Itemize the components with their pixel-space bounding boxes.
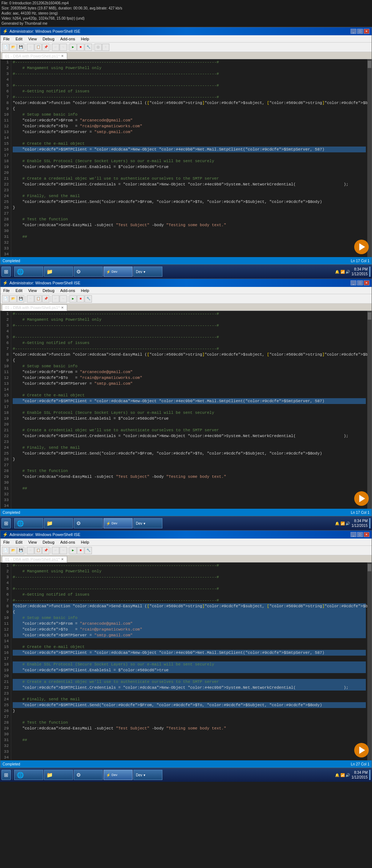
tb-copy-2[interactable]: 📋 [35, 295, 42, 303]
tb-cut-3[interactable]: ✂ [27, 547, 34, 554]
close-btn-2[interactable]: ✕ [364, 280, 369, 285]
restore-btn-3[interactable]: □ [357, 532, 363, 537]
menu-debug-1[interactable]: Debug [41, 36, 56, 41]
tb-open-3[interactable]: 📂 [9, 547, 17, 554]
taskbar-pse-3[interactable]: ⚡ Dev [104, 770, 133, 780]
tb-new-1[interactable]: 📄 [2, 44, 9, 51]
close-btn-3[interactable]: ✕ [364, 532, 369, 537]
menu-view-3[interactable]: View [27, 540, 39, 545]
tb-undo-2[interactable]: ↩ [52, 295, 59, 303]
tab-ps1-3[interactable]: 01 - DBA with PowerShell.ps1* ✕ [2, 556, 67, 563]
tab-close-1[interactable]: ✕ [61, 54, 64, 58]
tab-close-2[interactable]: ✕ [61, 306, 64, 309]
play-button-3[interactable] [354, 743, 369, 757]
tb-new-3[interactable]: 📄 [2, 547, 9, 554]
title-bar-controls-2[interactable]: _ □ ✕ [351, 280, 369, 285]
tb-step-1[interactable]: ⬇ [102, 44, 109, 51]
scrollbar-thumb-2[interactable] [368, 312, 371, 320]
tb-run-3[interactable]: ▶ [69, 547, 77, 554]
scrollbar-thumb-1[interactable] [368, 61, 371, 68]
menu-edit-3[interactable]: Edit [14, 540, 24, 545]
tab-close-3[interactable]: ✕ [61, 557, 64, 561]
tb-undo-1[interactable]: ↩ [52, 44, 59, 51]
tb-copy-1[interactable]: 📋 [35, 44, 42, 51]
taskbar-settings-1[interactable]: ⚙ [74, 267, 103, 277]
taskbar-settings-2[interactable]: ⚙ [74, 518, 103, 528]
scrollbar-2[interactable] [367, 311, 372, 509]
tb-stop-1[interactable]: ■ [77, 44, 84, 51]
tb-open-2[interactable]: 📂 [9, 295, 17, 303]
tb-paste-2[interactable]: 📌 [42, 295, 49, 303]
menu-addons-1[interactable]: Add-ons [59, 36, 77, 41]
restore-btn-2[interactable]: □ [357, 280, 363, 285]
menu-help-2[interactable]: Help [80, 288, 91, 293]
taskbar-folder-2[interactable]: 📁 [44, 518, 73, 528]
menu-addons-2[interactable]: Add-ons [59, 288, 77, 293]
minimize-btn-2[interactable]: _ [351, 280, 356, 285]
tb-debug-2[interactable]: 🔧 [85, 295, 92, 303]
play-button-2[interactable] [354, 491, 369, 506]
tb-cut-2[interactable]: ✂ [27, 295, 34, 303]
show-desktop-2[interactable] [369, 518, 371, 528]
tb-new-2[interactable]: 📄 [2, 295, 9, 303]
tb-copy-3[interactable]: 📋 [35, 547, 42, 554]
tb-stop-3[interactable]: ■ [77, 547, 84, 554]
menu-debug-2[interactable]: Debug [41, 288, 56, 293]
tab-ps1-1[interactable]: 01 - DBA with PowerShell.ps1* ✕ [2, 53, 67, 59]
taskbar-pse-2[interactable]: ⚡ Dev [104, 518, 133, 528]
taskbar-ie-3[interactable]: 🌐 [14, 770, 43, 780]
tb-cut-1[interactable]: ✂ [27, 44, 34, 51]
tb-save-2[interactable]: 💾 [17, 295, 24, 303]
taskbar-dev-2[interactable]: Dev ▾ [133, 518, 162, 528]
menu-help-3[interactable]: Help [80, 540, 91, 545]
menu-debug-3[interactable]: Debug [41, 540, 56, 545]
taskbar-dev-3[interactable]: Dev ▾ [133, 770, 162, 780]
tb-debug-3[interactable]: 🔧 [85, 547, 92, 554]
start-btn-1[interactable]: ⊞ [1, 267, 11, 277]
minimize-btn-1[interactable]: _ [351, 29, 356, 34]
scrollbar-thumb-3[interactable] [368, 564, 371, 571]
taskbar-ie-1[interactable]: 🌐 [14, 267, 43, 277]
tb-undo-3[interactable]: ↩ [52, 547, 59, 554]
taskbar-dev-1[interactable]: Dev ▾ [133, 267, 162, 277]
minimize-btn-3[interactable]: _ [351, 532, 356, 537]
tb-bp-1[interactable]: ⬤ [94, 44, 102, 51]
show-desktop-1[interactable] [369, 267, 371, 277]
close-btn-1[interactable]: ✕ [364, 29, 369, 34]
menu-file-1[interactable]: File [2, 36, 11, 41]
taskbar-folder-1[interactable]: 📁 [44, 267, 73, 277]
tb-paste-3[interactable]: 📌 [42, 547, 49, 554]
tb-open-1[interactable]: 📂 [9, 44, 17, 51]
menu-view-1[interactable]: View [27, 36, 39, 41]
code-area-2[interactable]: #---------------------------------------… [11, 311, 367, 509]
title-bar-controls-1[interactable]: _ □ ✕ [351, 29, 369, 34]
scrollbar-3[interactable] [367, 563, 372, 760]
tb-stop-2[interactable]: ■ [77, 295, 84, 303]
tb-save-1[interactable]: 💾 [17, 44, 24, 51]
show-desktop-3[interactable] [369, 770, 371, 780]
taskbar-settings-3[interactable]: ⚙ [74, 770, 103, 780]
play-button-1[interactable] [354, 240, 369, 254]
menu-edit-1[interactable]: Edit [14, 36, 24, 41]
menu-help-1[interactable]: Help [80, 36, 91, 41]
tab-ps1-2[interactable]: 01 - DBA with PowerShell.ps1* ✕ [2, 304, 67, 311]
start-btn-3[interactable]: ⊞ [1, 770, 11, 780]
taskbar-ie-2[interactable]: 🌐 [14, 518, 43, 528]
tb-save-3[interactable]: 💾 [17, 547, 24, 554]
menu-file-3[interactable]: File [2, 540, 11, 545]
tb-redo-2[interactable]: ↪ [60, 295, 67, 303]
tb-run-1[interactable]: ▶ [69, 44, 77, 51]
code-area-3[interactable]: #---------------------------------------… [11, 563, 367, 760]
menu-file-2[interactable]: File [2, 288, 11, 293]
tb-redo-3[interactable]: ↪ [60, 547, 67, 554]
menu-addons-3[interactable]: Add-ons [59, 540, 77, 545]
start-btn-2[interactable]: ⊞ [1, 518, 11, 528]
taskbar-pse-1[interactable]: ⚡ Dev [104, 267, 133, 277]
menu-edit-2[interactable]: Edit [14, 288, 24, 293]
code-area-1[interactable]: #---------------------------------------… [11, 59, 367, 257]
tb-redo-1[interactable]: ↪ [60, 44, 67, 51]
tb-paste-1[interactable]: 📌 [42, 44, 49, 51]
tb-run-2[interactable]: ▶ [69, 295, 77, 303]
scrollbar-1[interactable] [367, 59, 372, 257]
title-bar-controls-3[interactable]: _ □ ✕ [351, 532, 369, 537]
